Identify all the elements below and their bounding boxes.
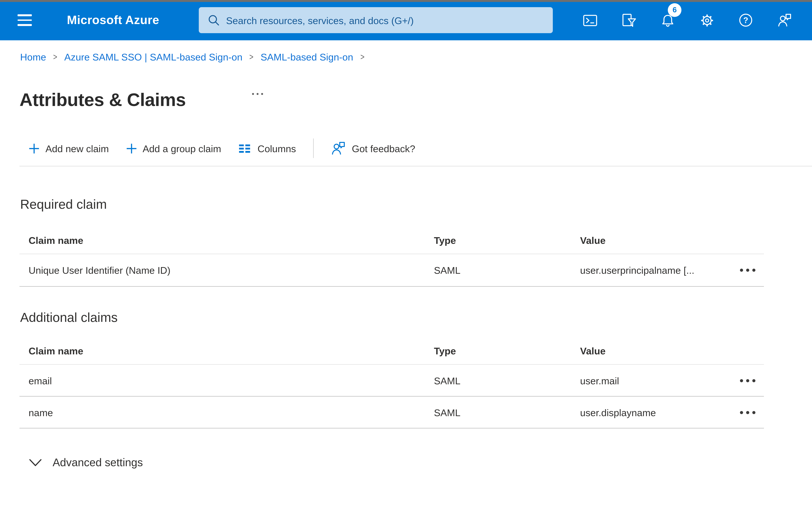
cloud-shell-button[interactable] — [570, 0, 609, 40]
columns-button[interactable]: Columns — [238, 141, 296, 155]
column-header-type: Type — [434, 345, 580, 356]
hamburger-menu-icon[interactable] — [10, 7, 39, 33]
claim-name-cell: name — [29, 407, 434, 418]
columns-icon — [238, 141, 252, 155]
breadcrumb-separator: > — [250, 52, 254, 62]
chevron-down-icon — [29, 458, 42, 467]
help-button[interactable]: ? — [726, 0, 765, 40]
ellipsis-icon — [251, 92, 263, 95]
table-row[interactable]: name SAML user.displayname — [20, 397, 764, 429]
hamburger-bar — [18, 24, 32, 26]
gear-icon — [699, 13, 714, 28]
claim-name-cell: email — [29, 375, 434, 386]
table-header-row: Claim name Type Value — [20, 226, 764, 254]
search-icon — [207, 13, 220, 27]
brand-title[interactable]: Microsoft Azure — [67, 0, 159, 40]
breadcrumb-app[interactable]: Azure SAML SSO | SAML-based Sign-on — [64, 51, 242, 62]
hamburger-bar — [18, 19, 32, 21]
search-input[interactable] — [220, 7, 553, 33]
page-title: Attributes & Claims — [20, 89, 186, 110]
ellipsis-icon — [739, 378, 756, 383]
toolbar-divider-rule — [20, 166, 812, 166]
hamburger-bar — [18, 15, 32, 16]
add-group-claim-button[interactable]: Add a group claim — [126, 143, 221, 154]
cloud-shell-icon — [582, 13, 597, 28]
row-context-menu-button[interactable] — [737, 373, 759, 388]
plus-icon — [29, 143, 40, 154]
claim-type-cell: SAML — [434, 407, 580, 418]
breadcrumb-separator: > — [360, 52, 364, 62]
top-bar: Microsoft Azure — [0, 0, 812, 40]
required-claim-table: Claim name Type Value Unique User Identi… — [20, 226, 764, 287]
claim-value-cell: user.userprincipalname [... — [580, 265, 733, 276]
plus-icon — [126, 143, 137, 154]
additional-claims-table: Claim name Type Value email SAML user.ma… — [20, 337, 764, 429]
notification-count-badge: 6 — [668, 3, 682, 17]
global-search — [199, 7, 553, 33]
svg-text:?: ? — [743, 16, 748, 25]
feedback-button[interactable] — [765, 0, 804, 40]
page-context-menu-button[interactable] — [250, 88, 265, 99]
settings-button[interactable] — [687, 0, 726, 40]
row-context-menu-button[interactable] — [737, 404, 759, 420]
additional-claims-heading: Additional claims — [20, 310, 118, 325]
advanced-settings-label: Advanced settings — [53, 456, 143, 469]
breadcrumb-separator: > — [53, 52, 57, 62]
feedback-icon — [330, 140, 346, 156]
claim-type-cell: SAML — [434, 375, 580, 386]
feedback-icon — [777, 12, 792, 28]
topbar-icon-group: 6 — [570, 0, 804, 40]
toolbar-divider — [313, 138, 314, 158]
claim-name-cell: Unique User Identifier (Name ID) — [29, 265, 434, 276]
breadcrumb: Home > Azure SAML SSO | SAML-based Sign-… — [20, 51, 371, 62]
got-feedback-button[interactable]: Got feedback? — [330, 140, 415, 156]
add-group-claim-label: Add a group claim — [143, 143, 221, 154]
table-row[interactable]: Unique User Identifier (Name ID) SAML us… — [20, 254, 764, 287]
column-header-claim-name: Claim name — [29, 235, 434, 245]
ellipsis-icon — [739, 268, 756, 272]
row-context-menu-button[interactable] — [737, 262, 759, 278]
directories-filter-button[interactable] — [609, 0, 648, 40]
claim-value-cell: user.displayname — [580, 407, 733, 418]
add-new-claim-label: Add new claim — [46, 143, 109, 154]
column-header-claim-name: Claim name — [29, 345, 434, 356]
azure-portal-page: Microsoft Azure — [0, 0, 812, 514]
breadcrumb-saml-signon[interactable]: SAML-based Sign-on — [260, 51, 353, 62]
table-row[interactable]: email SAML user.mail — [20, 365, 764, 397]
claim-value-cell: user.mail — [580, 375, 733, 386]
directories-filter-icon — [621, 13, 636, 28]
got-feedback-label: Got feedback? — [352, 143, 415, 154]
column-header-type: Type — [434, 235, 580, 245]
required-claim-heading: Required claim — [20, 197, 107, 212]
claim-type-cell: SAML — [434, 265, 580, 276]
command-bar: Add new claim Add a group claim Columns — [29, 137, 415, 160]
breadcrumb-home[interactable]: Home — [20, 51, 46, 62]
ellipsis-icon — [739, 410, 756, 414]
help-icon: ? — [738, 12, 754, 28]
notifications-button[interactable]: 6 — [648, 0, 687, 40]
add-new-claim-button[interactable]: Add new claim — [29, 143, 109, 154]
column-header-value: Value — [580, 345, 733, 356]
columns-label: Columns — [258, 143, 296, 154]
window-edge — [0, 0, 812, 2]
column-header-value: Value — [580, 235, 733, 245]
advanced-settings-toggle[interactable]: Advanced settings — [29, 456, 143, 469]
table-header-row: Claim name Type Value — [20, 337, 764, 365]
